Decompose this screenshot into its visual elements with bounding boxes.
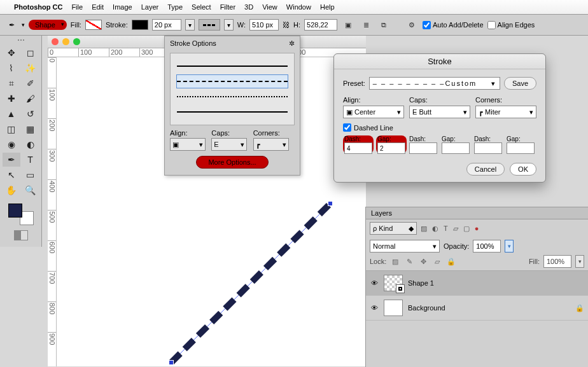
ok-button[interactable]: OK (510, 163, 536, 176)
eyedropper-tool[interactable]: ✐ (22, 76, 39, 90)
gap-field-1[interactable] (377, 142, 405, 154)
blur-tool[interactable]: ◉ (3, 137, 20, 151)
zoom-window-icon[interactable] (73, 38, 80, 45)
visibility-icon[interactable]: 👁 (370, 279, 379, 287)
save-preset-button[interactable]: Save (504, 77, 536, 90)
opacity-dropdown[interactable]: ▾ (505, 240, 514, 253)
dash-field-3[interactable] (474, 142, 502, 154)
stroke-preset-dashed[interactable] (177, 75, 288, 88)
app-name[interactable]: Photoshop CC (14, 3, 62, 11)
stroke-style-dropdown[interactable]: ▾ (224, 19, 234, 31)
path-align-icon[interactable]: ≣ (359, 18, 373, 32)
pen-tool[interactable]: ✒ (3, 153, 20, 167)
filter-pixel-icon[interactable]: ▨ (421, 225, 427, 233)
cancel-button[interactable]: Cancel (466, 163, 505, 176)
layer-name[interactable]: Background (408, 304, 445, 312)
dlg-corners-select[interactable]: ┏ Miter▾ (475, 106, 536, 118)
healing-tool[interactable]: ✚ (3, 92, 20, 106)
gap-field-3[interactable] (507, 142, 535, 154)
lock-artboard-icon[interactable]: ▱ (432, 258, 442, 266)
filter-toggle-icon[interactable]: ● (475, 225, 479, 233)
tool-mode-select[interactable]: Shape (29, 20, 67, 30)
quickmask-toggle[interactable] (14, 230, 28, 240)
foreground-color-swatch[interactable] (8, 204, 22, 218)
crop-tool[interactable]: ⌗ (3, 76, 20, 90)
gradient-tool[interactable]: ▦ (22, 122, 39, 136)
stamp-tool[interactable]: ▲ (3, 107, 20, 121)
blend-mode-select[interactable]: Normal▾ (370, 240, 440, 253)
dash-field-2[interactable] (409, 142, 437, 154)
panel-grip[interactable] (11, 39, 31, 43)
align-edges-check[interactable]: Align Edges (487, 21, 535, 29)
height-field[interactable] (304, 19, 337, 31)
menu-select[interactable]: Select (192, 3, 211, 11)
gear-icon[interactable]: ⚙ (405, 18, 419, 32)
dash-field-1[interactable] (344, 142, 372, 154)
filter-adjust-icon[interactable]: ◐ (432, 225, 438, 233)
more-options-button[interactable]: More Options... (196, 156, 268, 169)
layer-fill-field[interactable]: 100% (543, 255, 571, 268)
preset-select[interactable]: – – – – – – – – –Custom▾ (369, 77, 500, 90)
stroke-preset-solid[interactable] (177, 60, 288, 73)
ruler-vertical[interactable]: 0100200300400500600700800900 (48, 57, 57, 366)
layers-tab[interactable]: Layers (366, 207, 588, 219)
magic-wand-tool[interactable]: ✨ (22, 61, 39, 75)
dlg-align-select[interactable]: ▣ Center▾ (343, 106, 404, 118)
corners-select[interactable]: ┏▾ (253, 138, 289, 151)
path-arrange-icon[interactable]: ⧉ (377, 18, 391, 32)
brush-tool[interactable]: 🖌 (22, 92, 39, 106)
menu-filter[interactable]: Filter (220, 3, 235, 11)
filter-type-icon[interactable]: T (444, 225, 448, 233)
lock-all-icon[interactable]: 🔒 (446, 258, 456, 266)
zoom-tool[interactable]: 🔍 (22, 183, 39, 197)
stroke-width-field[interactable] (152, 19, 181, 31)
menu-window[interactable]: Window (286, 3, 311, 11)
stroke-style-select[interactable] (199, 19, 220, 31)
lock-pixels-icon[interactable]: ✎ (404, 258, 414, 266)
layer-row[interactable]: 👁 Background 🔒 (366, 296, 588, 321)
menu-layer[interactable]: Layer (141, 3, 159, 11)
stroke-swatch[interactable] (132, 20, 148, 30)
filter-shape-icon[interactable]: ▱ (453, 225, 458, 233)
visibility-icon[interactable]: 👁 (370, 304, 379, 312)
move-tool[interactable]: ✥ (3, 46, 20, 60)
type-tool[interactable]: T (22, 153, 39, 167)
lasso-tool[interactable]: ⌇ (3, 61, 20, 75)
menu-type[interactable]: Type (167, 3, 183, 11)
hand-tool[interactable]: ✋ (3, 183, 20, 197)
layer-name[interactable]: Shape 1 (408, 279, 434, 287)
fill-swatch[interactable] (85, 20, 102, 30)
layer-thumb[interactable] (384, 300, 403, 316)
opacity-field[interactable]: 100% (473, 240, 501, 253)
stroke-width-dropdown[interactable]: ▾ (185, 19, 195, 31)
align-select[interactable]: ▣▾ (170, 138, 206, 151)
lock-transparent-icon[interactable]: ▨ (390, 258, 400, 266)
dlg-caps-select[interactable]: E Butt▾ (409, 106, 470, 118)
auto-add-delete-check[interactable]: Auto Add/Delete (423, 21, 484, 29)
minimize-window-icon[interactable] (62, 38, 69, 45)
menu-edit[interactable]: Edit (92, 3, 104, 11)
gap-field-2[interactable] (442, 142, 470, 154)
layer-fill-dropdown[interactable]: ▾ (575, 255, 584, 268)
menu-image[interactable]: Image (113, 3, 132, 11)
menu-3d[interactable]: 3D (244, 3, 253, 11)
pen-tool-icon[interactable]: ✒︎ (5, 21, 18, 29)
layer-row[interactable]: 👁 Shape 1 (366, 271, 588, 296)
menu-file[interactable]: File (71, 3, 83, 11)
history-brush-tool[interactable]: ↺ (22, 107, 39, 121)
anchor-point[interactable] (328, 201, 333, 206)
shape-tool[interactable]: ▭ (22, 168, 39, 182)
menu-view[interactable]: View (262, 3, 277, 11)
path-select-tool[interactable]: ↖ (3, 168, 20, 182)
eraser-tool[interactable]: ◫ (3, 122, 20, 136)
close-window-icon[interactable] (52, 38, 59, 45)
anchor-point[interactable] (169, 360, 174, 365)
dashed-line-check[interactable] (343, 123, 351, 132)
popover-gear-icon[interactable]: ✲ (289, 39, 295, 48)
path-operations-icon[interactable]: ▣ (341, 18, 355, 32)
dodge-tool[interactable]: ◐ (22, 137, 39, 151)
width-field[interactable] (249, 19, 279, 31)
caps-select[interactable]: E▾ (211, 138, 247, 151)
layer-thumb[interactable] (384, 275, 403, 291)
stroke-preset-dotted[interactable] (177, 90, 288, 103)
